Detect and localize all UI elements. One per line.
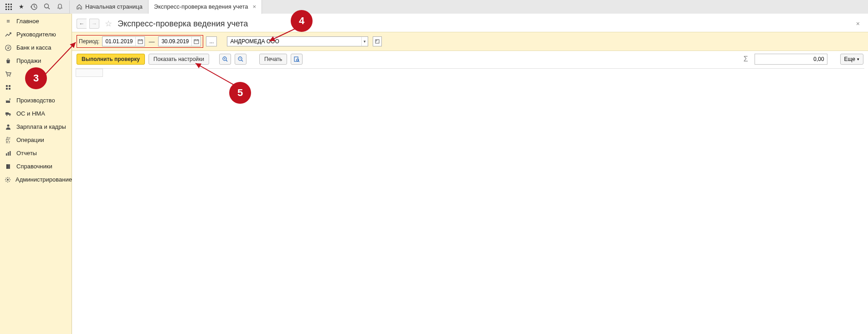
more-button[interactable]: Еще ▾ bbox=[840, 54, 863, 65]
annotation-3-arrow bbox=[40, 39, 81, 80]
menu-icon: ≡ bbox=[5, 18, 12, 25]
sidebar-item-operations[interactable]: ДтКт Операции bbox=[0, 133, 72, 147]
svg-rect-4 bbox=[8, 6, 10, 7]
svg-rect-32 bbox=[138, 40, 143, 44]
svg-rect-36 bbox=[194, 40, 199, 44]
top-toolbar: ★ Начальная страница Экспресс-проверка в… bbox=[0, 0, 868, 14]
svg-line-50 bbox=[298, 61, 299, 62]
svg-line-52 bbox=[269, 29, 295, 41]
calendar-icon[interactable] bbox=[191, 37, 200, 46]
date-from-field[interactable] bbox=[103, 38, 135, 45]
period-group: Период: — bbox=[77, 35, 203, 48]
truck-icon bbox=[5, 111, 12, 117]
sidebar-item-label: Продажи bbox=[16, 57, 41, 64]
star-icon[interactable]: ★ bbox=[15, 1, 27, 13]
search-icon[interactable] bbox=[41, 1, 53, 13]
sidebar-item-label: ОС и НМА bbox=[16, 110, 45, 117]
svg-rect-20 bbox=[9, 88, 10, 90]
svg-rect-27 bbox=[8, 152, 9, 156]
org-open-button[interactable] bbox=[373, 36, 382, 46]
svg-rect-22 bbox=[5, 112, 9, 115]
sidebar-item-label: Главное bbox=[16, 18, 39, 25]
sidebar-item-label: Администрирование bbox=[15, 176, 72, 183]
svg-rect-6 bbox=[5, 9, 7, 10]
tab-home-label: Начальная страница bbox=[85, 3, 143, 10]
sidebar-item-salary[interactable]: Зарплата и кадры bbox=[0, 120, 72, 133]
svg-rect-26 bbox=[6, 153, 7, 156]
sidebar-item-label: Руководителю bbox=[16, 31, 56, 38]
svg-rect-21 bbox=[10, 98, 10, 100]
sidebar-item-label: Справочники bbox=[16, 163, 52, 170]
factory-icon bbox=[5, 97, 12, 104]
print-button[interactable]: Печать bbox=[259, 54, 287, 65]
tab-active-label: Экспресс-проверка ведения учета bbox=[154, 3, 248, 10]
more-button-label: Еще bbox=[844, 56, 855, 62]
svg-rect-40 bbox=[375, 40, 379, 43]
favorite-star-icon[interactable]: ☆ bbox=[105, 19, 112, 29]
tab-close-icon[interactable]: × bbox=[253, 3, 257, 10]
content-area: ← → ☆ Экспресс-проверка ведения учета × … bbox=[72, 14, 868, 334]
bars-icon bbox=[5, 150, 12, 157]
sidebar-item-label: Отчеты bbox=[16, 150, 37, 157]
period-select-button[interactable]: ... bbox=[206, 36, 217, 46]
tab-home[interactable]: Начальная страница bbox=[71, 0, 149, 14]
page-close-icon[interactable]: × bbox=[856, 20, 863, 27]
sum-field[interactable] bbox=[755, 54, 827, 65]
sidebar-item-label: Зарплата и кадры bbox=[16, 123, 66, 130]
sidebar-item-admin[interactable]: Администрирование bbox=[0, 173, 72, 186]
period-label: Период: bbox=[79, 38, 99, 45]
chart-line-icon bbox=[5, 31, 12, 38]
bell-icon[interactable] bbox=[54, 1, 66, 13]
svg-rect-28 bbox=[10, 151, 11, 156]
gear-icon bbox=[5, 177, 11, 183]
dropdown-icon[interactable]: ▾ bbox=[361, 37, 368, 46]
svg-rect-3 bbox=[5, 6, 7, 7]
svg-line-51 bbox=[42, 42, 76, 77]
date-to-field[interactable] bbox=[159, 38, 191, 45]
dtkt-icon: ДтКт bbox=[5, 137, 12, 144]
chevron-down-icon: ▾ bbox=[857, 57, 859, 61]
sidebar-item-label: Производство bbox=[16, 97, 55, 104]
ruble-icon: ₽ bbox=[5, 45, 12, 51]
boxes-icon bbox=[5, 84, 12, 91]
svg-rect-8 bbox=[10, 9, 12, 10]
svg-point-23 bbox=[6, 115, 8, 116]
sidebar-item-production[interactable]: Производство bbox=[0, 94, 72, 107]
sigma-icon: Σ bbox=[744, 55, 748, 63]
svg-point-12 bbox=[59, 9, 60, 10]
svg-rect-2 bbox=[10, 4, 12, 5]
svg-point-25 bbox=[7, 124, 10, 127]
sidebar-item-main[interactable]: ≡ Главное bbox=[0, 15, 72, 28]
svg-rect-7 bbox=[8, 9, 10, 10]
svg-point-24 bbox=[9, 115, 10, 116]
svg-point-31 bbox=[7, 179, 9, 181]
tab-active[interactable]: Экспресс-проверка ведения учета × bbox=[149, 0, 262, 14]
date-to-input[interactable] bbox=[158, 36, 201, 46]
history-icon[interactable] bbox=[28, 1, 40, 13]
calendar-icon[interactable] bbox=[135, 37, 144, 46]
run-check-button[interactable]: Выполнить проверку bbox=[77, 54, 145, 65]
sidebar-item-assets[interactable]: ОС и НМА bbox=[0, 107, 72, 120]
svg-rect-30 bbox=[6, 164, 7, 169]
home-icon bbox=[76, 4, 82, 10]
cart-icon bbox=[5, 71, 12, 77]
book-icon bbox=[5, 163, 12, 170]
svg-rect-18 bbox=[9, 85, 10, 87]
nav-forward-button[interactable]: → bbox=[89, 19, 99, 29]
svg-line-53 bbox=[195, 63, 235, 86]
print-preview-icon[interactable] bbox=[291, 54, 303, 65]
sidebar-item-label: Операции bbox=[16, 137, 44, 143]
svg-rect-5 bbox=[10, 6, 12, 7]
svg-point-15 bbox=[7, 76, 8, 76]
period-dash: — bbox=[148, 38, 155, 45]
person-icon bbox=[5, 124, 12, 130]
date-from-input[interactable] bbox=[102, 36, 145, 46]
nav-back-button[interactable]: ← bbox=[77, 19, 87, 29]
annotation-5: 5 bbox=[229, 82, 251, 104]
apps-icon[interactable] bbox=[3, 1, 15, 13]
svg-rect-19 bbox=[6, 88, 8, 90]
sidebar-item-reports[interactable]: Отчеты bbox=[0, 147, 72, 160]
sidebar-item-directories[interactable]: Справочники bbox=[0, 160, 72, 173]
svg-text:₽: ₽ bbox=[7, 46, 10, 50]
svg-line-11 bbox=[48, 8, 50, 10]
